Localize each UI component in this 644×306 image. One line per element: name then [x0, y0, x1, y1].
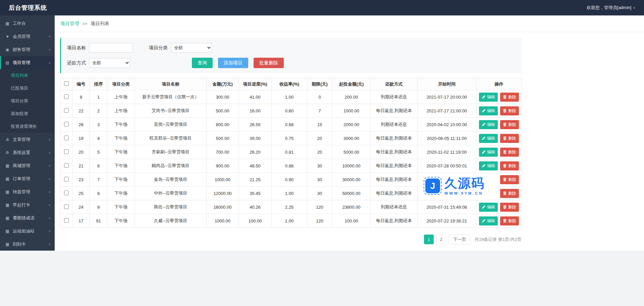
- delete-button[interactable]: 删除: [500, 93, 519, 102]
- pagination-summary: 共19条记录 第1页/共2页: [475, 237, 522, 243]
- row-checkbox[interactable]: [64, 108, 69, 113]
- cell-progress: 21.25: [239, 173, 272, 187]
- row-checkbox[interactable]: [64, 177, 69, 182]
- cell-min_invest: 23800.00: [332, 200, 371, 214]
- query-button[interactable]: 查询: [192, 58, 213, 68]
- chevron-down-icon: ∨: [48, 48, 51, 51]
- sidebar-item[interactable]: ▦早起打卡∨: [0, 198, 55, 211]
- sidebar-item[interactable]: ▦订单管理∨: [0, 172, 55, 185]
- delete-button[interactable]: 删除: [500, 120, 519, 129]
- sidebar-item[interactable]: ≣文章管理∨: [0, 133, 55, 146]
- cell-days: 120: [307, 200, 332, 214]
- edit-button[interactable]: 编辑: [479, 106, 498, 115]
- projects-table: 编号排序项目分类项目名称金额(万元)项目进度(%)收益率(%)期限(天)起投金额…: [60, 78, 522, 228]
- sidebar-item-label: 早起打卡: [13, 202, 45, 208]
- delete-button[interactable]: 删除: [500, 189, 519, 198]
- row-checkbox[interactable]: [64, 149, 69, 154]
- edit-button[interactable]: 编辑: [479, 93, 498, 102]
- sidebar-subitem[interactable]: 项目列表: [0, 69, 55, 82]
- checkbox-cell: [60, 159, 72, 173]
- cell-no: 20: [72, 145, 90, 159]
- row-checkbox[interactable]: [64, 218, 69, 223]
- checkbox-cell: [60, 90, 72, 104]
- delete-button[interactable]: 删除: [500, 148, 519, 157]
- select-all-checkbox[interactable]: [64, 81, 69, 86]
- sidebar-item[interactable]: ▦转盘管理∨: [0, 185, 55, 198]
- batch-delete-button[interactable]: 批量删除: [254, 58, 284, 68]
- cell-sort: 91: [90, 214, 107, 228]
- delete-button[interactable]: 删除: [500, 175, 519, 184]
- category-select[interactable]: 全部: [171, 43, 212, 53]
- repayment-label: 还款方式: [67, 60, 86, 66]
- sidebar-item[interactable]: ⚙系统设置∨: [0, 146, 55, 159]
- welcome-text: 欢迎您，管理员[admin]: [587, 5, 632, 11]
- row-checkbox[interactable]: [64, 122, 69, 126]
- edit-button[interactable]: 编辑: [479, 120, 498, 129]
- main-content: 项目管理 >> 项目列表 项目名称 项目分类 全部: [55, 15, 644, 251]
- sidebar-item[interactable]: ▦商城管理∨: [0, 159, 55, 172]
- cell-amount: 12000.00: [207, 187, 239, 200]
- sidebar-item[interactable]: ◉财务管理∨: [0, 43, 55, 56]
- sidebar-subitem[interactable]: 投资进度增长: [0, 120, 55, 133]
- sidebar-subitem[interactable]: 添加投资: [0, 107, 55, 120]
- page-button[interactable]: 1: [424, 235, 434, 244]
- delete-button[interactable]: 删除: [500, 161, 519, 170]
- add-project-button[interactable]: 添加项目: [218, 58, 248, 68]
- cell-rate: 1.00: [272, 90, 307, 104]
- delete-button[interactable]: 删除: [500, 134, 519, 143]
- sidebar-subitem[interactable]: 项目分类: [0, 95, 55, 107]
- chevron-down-icon: ∨: [48, 151, 51, 154]
- checkbox-cell: [60, 214, 72, 228]
- cell-no: 19: [72, 132, 90, 145]
- cell-sort: 7: [90, 173, 107, 187]
- sidebar-item[interactable]: ▦刮刮卡∨: [0, 238, 55, 251]
- row-checkbox[interactable]: [64, 191, 69, 195]
- sidebar-item-label: 刮刮卡: [13, 241, 45, 247]
- chevron-down-icon: ∨: [48, 138, 51, 141]
- mall-icon: ▦: [5, 163, 10, 168]
- edit-button[interactable]: 编辑: [479, 203, 498, 212]
- edit-button[interactable]: 编辑: [479, 148, 498, 157]
- sidebar-item[interactable]: ▦工作台: [0, 17, 55, 30]
- sidebar-item[interactable]: ▤项目管理∧: [0, 56, 55, 69]
- row-checkbox[interactable]: [64, 136, 69, 140]
- edit-button[interactable]: 编辑: [479, 216, 498, 225]
- row-checkbox[interactable]: [64, 94, 69, 99]
- project-name-input[interactable]: [89, 43, 133, 53]
- watermark-text: 久源码 WWW.9YM.CN: [444, 177, 485, 195]
- sidebar-item[interactable]: ▦看图猜成语∨: [0, 211, 55, 224]
- next-page-button[interactable]: 下一页: [449, 235, 471, 244]
- breadcrumb-parent-link[interactable]: 项目管理: [60, 21, 79, 27]
- checkbox-cell: [60, 173, 72, 187]
- repayment-select[interactable]: 全部: [89, 58, 130, 68]
- cell-min_invest: 50000.00: [332, 187, 371, 200]
- row-checkbox[interactable]: [64, 204, 69, 209]
- dashboard-icon: ▦: [5, 21, 10, 26]
- sidebar-subitem[interactable]: 已投项目: [0, 82, 55, 95]
- edit-button[interactable]: 编辑: [479, 134, 498, 143]
- cell-category: 下午场: [107, 214, 135, 228]
- actions-cell: 编辑删除: [476, 214, 522, 228]
- delete-button[interactable]: 删除: [500, 203, 519, 212]
- sidebar-item[interactable]: ♥会员管理∨: [0, 30, 55, 43]
- cell-rate: 2.25: [272, 200, 307, 214]
- cell-amount: 16000.00: [207, 200, 239, 214]
- cell-name: 至简--云带货项目: [135, 118, 207, 132]
- user-dropdown[interactable]: 欢迎您，管理员[admin] ∨: [587, 5, 635, 11]
- edit-button[interactable]: 编辑: [479, 161, 498, 170]
- column-header: 收益率(%): [272, 78, 307, 90]
- cell-min_invest: 10000.00: [332, 159, 371, 173]
- column-header: 期限(天): [307, 78, 332, 90]
- sidebar-item[interactable]: ▦运动加油站∨: [0, 224, 55, 238]
- cell-name: 齐刷刷--云带货项目: [135, 145, 207, 159]
- breadcrumb: 项目管理 >> 项目列表: [55, 15, 644, 32]
- cell-repay: 每日返息,到期还本: [371, 173, 418, 187]
- page-button[interactable]: 2: [436, 235, 446, 244]
- cell-repay: 每日返息,到期还本: [371, 187, 418, 200]
- cell-category: 下午场: [107, 200, 135, 214]
- watermark-site: WWW.9YM.CN: [444, 191, 485, 195]
- row-checkbox[interactable]: [64, 163, 69, 168]
- delete-button[interactable]: 删除: [500, 216, 519, 225]
- cell-rate: 0.90: [272, 173, 307, 187]
- delete-button[interactable]: 删除: [500, 106, 519, 115]
